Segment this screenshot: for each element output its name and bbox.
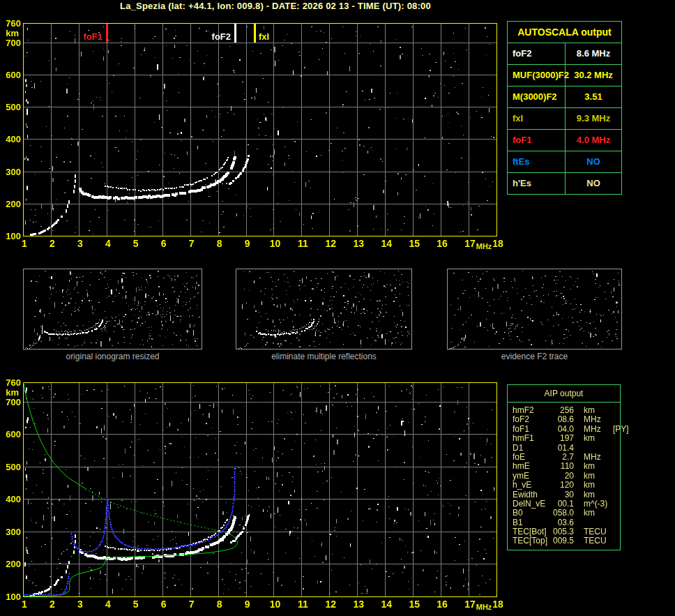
autoscala-row-label: foF1 — [508, 130, 566, 151]
aip-row-extra — [613, 509, 620, 518]
spacer — [574, 518, 584, 527]
autoscala-row-label: foF2 — [508, 43, 566, 64]
autoscala-table-header: AUTOSCALA output — [508, 22, 621, 43]
aip-row-unit: km — [584, 406, 613, 415]
aip-row-extra — [613, 536, 620, 546]
aip-row-name: TEC[Top] — [513, 536, 550, 546]
panel-original-ionogram — [23, 269, 202, 350]
spacer — [574, 444, 584, 453]
autoscala-row-value: NO — [566, 173, 621, 194]
aip-row: foF104.0MHz[PY] — [513, 425, 620, 434]
aip-row: h_vE120km — [513, 481, 620, 490]
aip-row-unit: km — [584, 481, 613, 490]
aip-row-extra — [613, 453, 620, 462]
aip-row-value: 120 — [550, 481, 574, 490]
station-datetime-title: La_Spezia (lat: +44.1, lon: 009.8) - DAT… — [0, 1, 551, 11]
aip-row-extra — [613, 462, 620, 471]
autoscala-row: fxI9.3 MHz — [508, 108, 621, 130]
aip-row-value: 2.7 — [550, 453, 574, 462]
aip-row-name: B0 — [513, 509, 550, 518]
aip-row-name: h_vE — [513, 481, 550, 490]
autoscala-row-value: 4.0 MHz — [566, 130, 621, 151]
aip-row-name: D1 — [513, 444, 550, 453]
panel-caption-eliminate: eliminate multiple reflections — [236, 352, 412, 361]
aip-row-value: 20 — [550, 472, 574, 481]
autoscala-row-value: 9.3 MHz — [566, 108, 621, 129]
aip-row: hmF1197km — [513, 434, 620, 443]
autoscala-row-value: 30.2 MHz — [566, 65, 621, 86]
ionogram-plot-aip — [0, 377, 516, 616]
aip-row-unit: MHz — [584, 425, 613, 434]
spacer — [574, 536, 584, 546]
aip-row-value: 01.4 — [550, 444, 574, 453]
spacer — [574, 453, 584, 462]
spacer — [574, 415, 584, 424]
autoscala-row-label: h'Es — [508, 173, 566, 194]
aip-row-value: 197 — [550, 434, 574, 443]
aip-row: TEC[Bot]005.3TECU — [513, 527, 620, 536]
spacer — [574, 490, 584, 499]
spacer — [574, 406, 584, 415]
aip-row-extra — [613, 490, 620, 499]
spacer — [574, 527, 584, 536]
aip-row-extra — [613, 434, 620, 443]
aip-row-extra — [613, 518, 620, 527]
aip-row-unit: MHz — [584, 453, 613, 462]
spacer — [574, 481, 584, 490]
aip-row-name: foF2 — [513, 415, 550, 424]
aip-row-value: 110 — [550, 462, 574, 471]
aip-row-name: hmF2 — [513, 406, 550, 415]
autoscala-table-rows: foF28.6 MHzMUF(3000)F230.2 MHzM(3000)F23… — [508, 43, 621, 194]
aip-row-value: 04.0 — [550, 425, 574, 434]
aip-row-unit — [584, 518, 613, 527]
aip-row-value: 256 — [550, 406, 574, 415]
aip-row-value: 00.1 — [550, 499, 574, 509]
panel-evidence-f2 — [447, 269, 622, 350]
aip-row-unit: km — [584, 509, 613, 518]
aip-row-unit: km — [584, 472, 613, 481]
spacer — [574, 472, 584, 481]
aip-row: TEC[Top]009.5TECU — [513, 536, 620, 546]
aip-row-value: 03.6 — [550, 518, 574, 527]
autoscala-row-label: ftEs — [508, 151, 566, 172]
aip-row-name: hmE — [513, 462, 550, 471]
autoscala-row-value: 8.6 MHz — [566, 43, 621, 64]
autoscala-row-value: 3.51 — [566, 87, 621, 107]
autoscala-row: M(3000)F23.51 — [508, 87, 621, 108]
autoscala-output-table: AUTOSCALA output foF28.6 MHzMUF(3000)F23… — [507, 21, 622, 195]
aip-row-unit — [584, 444, 613, 453]
autoscala-row: ftEsNO — [508, 151, 621, 173]
aip-table-header: AIP output — [508, 385, 620, 403]
spacer — [574, 462, 584, 471]
autoscala-row-label: M(3000)F2 — [508, 87, 566, 107]
aip-row-extra — [613, 527, 620, 536]
aip-row-extra: [PY] — [613, 425, 629, 434]
autoscala-row-label: MUF(3000)F2 — [508, 65, 566, 86]
aip-row: foF208.6MHz — [513, 415, 620, 424]
aip-row-unit: km — [584, 434, 613, 443]
aip-row-unit: m^(-3) — [584, 499, 613, 509]
autoscala-row: h'EsNO — [508, 173, 621, 194]
aip-row-name: TEC[Bot] — [513, 527, 550, 536]
aip-row: D101.4 — [513, 444, 620, 453]
aip-row-name: foE — [513, 453, 550, 462]
aip-row-value: 08.6 — [550, 415, 574, 424]
aip-row-name: DelN_vE — [513, 499, 550, 509]
aip-row-unit: TECU — [584, 527, 613, 536]
aip-row: DelN_vE00.1m^(-3) — [513, 499, 620, 509]
aip-row-name: Ewidth — [513, 490, 550, 499]
aip-row-extra — [613, 481, 620, 490]
aip-row-name: B1 — [513, 518, 550, 527]
aip-row-value: 30 — [550, 490, 574, 499]
aip-row-extra — [613, 499, 620, 509]
aip-row-unit: km — [584, 462, 613, 471]
aip-table-rows: hmF2256kmfoF208.6MHzfoF104.0MHz[PY]hmF11… — [508, 403, 620, 546]
aip-row-value: 005.3 — [550, 527, 574, 536]
aip-row: ymE20km — [513, 472, 620, 481]
aip-row-value: 058.0 — [550, 509, 574, 518]
aip-row-value: 009.5 — [550, 536, 574, 546]
aip-row-unit: km — [584, 490, 613, 499]
aip-row: foE2.7MHz — [513, 453, 620, 462]
panel-caption-evidence: evidence F2 trace — [447, 352, 622, 361]
aip-row-extra — [613, 472, 620, 481]
